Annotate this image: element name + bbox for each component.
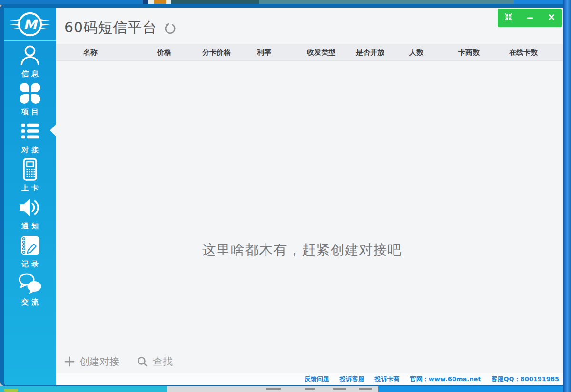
- bg-segment: [0, 386, 167, 392]
- sidebar-item-label: 上卡: [19, 184, 41, 193]
- search-button[interactable]: 查找: [137, 355, 173, 368]
- refresh-icon: [164, 23, 176, 35]
- footer-link[interactable]: 反馈问题: [305, 375, 329, 383]
- search-label: 查找: [153, 355, 173, 368]
- list-icon: [19, 119, 41, 143]
- app-logo: M: [4, 8, 56, 40]
- bg-segment: [4, 389, 18, 392]
- plus-icon: [64, 356, 75, 367]
- column-header: 卡商数: [458, 44, 480, 60]
- sidebar-item-label: 通知: [19, 222, 41, 231]
- bg-segment: [333, 388, 346, 390]
- screen: M 信息项目对接上卡通知记录交流 60码短信平台 名称价格分卡价格利率收发类型是…: [0, 0, 571, 392]
- bg-segment: [305, 388, 315, 390]
- content-area: 60码短信平台 名称价格分卡价格利率收发类型是否开放人数卡商数在线卡数 这里啥都…: [56, 8, 563, 385]
- sidebar-item-label: 项目: [19, 108, 41, 117]
- app-window: M 信息项目对接上卡通知记录交流 60码短信平台 名称价格分卡价格利率收发类型是…: [0, 4, 563, 386]
- bg-segment: [359, 388, 372, 390]
- sidebar-menu: 信息项目对接上卡通知记录交流: [4, 41, 56, 385]
- refresh-button[interactable]: [164, 23, 176, 35]
- sidebar-item-label: 记录: [19, 260, 41, 269]
- column-header: 分卡价格: [202, 44, 231, 60]
- column-header: 利率: [257, 44, 271, 60]
- shrink-icon: [504, 12, 513, 23]
- sidebar: M 信息项目对接上卡通知记录交流: [4, 8, 56, 385]
- official-site-label[interactable]: 官网：www.60ma.net: [410, 375, 481, 383]
- sidebar-item-projects[interactable]: 项目: [4, 80, 56, 118]
- sidebar-item-label: 对接: [19, 146, 41, 155]
- table-header: 名称价格分卡价格利率收发类型是否开放人数卡商数在线卡数: [56, 44, 563, 61]
- close-button[interactable]: [541, 9, 562, 27]
- column-header: 在线卡数: [509, 44, 538, 60]
- shrink-button[interactable]: [498, 9, 519, 27]
- notebook-pencil-icon: [19, 234, 41, 257]
- service-qq-label: 客服QQ：800191985: [491, 375, 559, 383]
- column-header: 收发类型: [307, 44, 335, 60]
- window-controls: [498, 9, 562, 27]
- footer-link[interactable]: 投诉客服: [340, 375, 364, 383]
- phone-icon: [20, 157, 39, 181]
- bg-segment: [378, 386, 571, 392]
- search-icon: [137, 356, 148, 367]
- bg-segment: [266, 388, 281, 390]
- page-title: 60码短信平台: [64, 18, 157, 38]
- column-header: 名称: [83, 44, 98, 60]
- winged-m-logo-icon: M: [8, 10, 52, 38]
- background-window-right-strip: [563, 0, 571, 392]
- user-icon: [19, 43, 41, 67]
- titlebar: 60码短信平台: [56, 8, 563, 44]
- minimize-icon: [527, 13, 533, 22]
- table-body: 这里啥都木有，赶紧创建对接吧: [56, 61, 563, 350]
- close-icon: [548, 13, 555, 22]
- speaker-icon: [18, 196, 42, 219]
- svg-text:M: M: [23, 16, 39, 32]
- sidebar-item-docking[interactable]: 对接: [4, 118, 56, 156]
- column-header: 人数: [409, 44, 423, 60]
- footer-link[interactable]: 投诉卡商: [375, 375, 400, 383]
- chat-bubbles-icon: [18, 272, 42, 295]
- sidebar-item-chat[interactable]: 交流: [4, 270, 56, 308]
- sidebar-item-notifications[interactable]: 通知: [4, 194, 56, 232]
- minimize-button[interactable]: [519, 9, 541, 27]
- empty-state-message: 这里啥都木有，赶紧创建对接吧: [49, 241, 555, 260]
- create-docking-button[interactable]: 创建对接: [64, 355, 119, 368]
- clover-grid-icon: [20, 81, 40, 105]
- footer-bar: 反馈问题投诉客服投诉卡商 官网：www.60ma.net 客服QQ：800191…: [56, 373, 563, 385]
- sidebar-item-label: 交流: [19, 298, 41, 307]
- column-header: 是否开放: [356, 44, 384, 60]
- sidebar-item-upload-card[interactable]: 上卡: [4, 156, 56, 194]
- desktop-taskbar-strip: [0, 386, 571, 392]
- column-header: 价格: [157, 44, 171, 60]
- create-docking-label: 创建对接: [79, 355, 119, 368]
- sidebar-item-info[interactable]: 信息: [4, 42, 56, 80]
- footer-links: 反馈问题投诉客服投诉卡商: [305, 375, 400, 383]
- action-bar: 创建对接 查找: [56, 350, 563, 373]
- sidebar-item-label: 信息: [19, 69, 41, 78]
